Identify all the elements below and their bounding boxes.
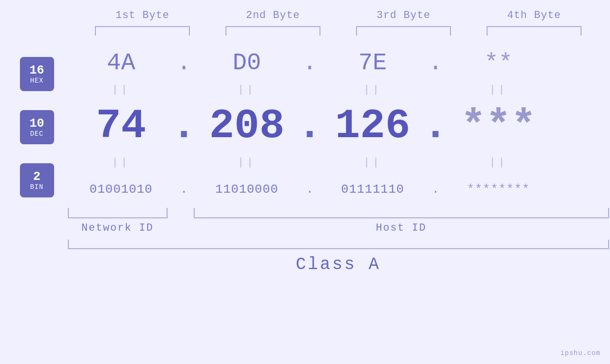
dec-val-1: 74: [71, 103, 171, 149]
eq-2: ||: [197, 84, 297, 96]
bin-val-4: ********: [449, 182, 548, 196]
byte-header-3: 3rd Byte: [351, 9, 456, 21]
eq-row-1: || || || ||: [66, 81, 610, 99]
class-label: Class A: [296, 255, 381, 274]
bracket-gap-1: [168, 208, 194, 218]
host-id-label: Host ID: [194, 222, 609, 234]
host-id-bracket: [194, 208, 609, 218]
bin-badge-number: 2: [33, 170, 41, 184]
bin-badge-label: BIN: [30, 183, 43, 191]
eq-7: ||: [323, 157, 422, 168]
dec-badge-number: 10: [29, 117, 44, 131]
sep-dec-2: .: [297, 103, 323, 149]
bin-row: 01001010 . 11010000 . 01111110 . *******…: [66, 171, 610, 207]
sep-hex-1: .: [171, 49, 197, 76]
bin-val-2: 11010000: [197, 182, 297, 196]
bracket-top-1: [95, 26, 190, 36]
sep-hex-3: .: [422, 49, 449, 76]
dec-row: 74 . 208 . 126 . ***: [66, 99, 610, 153]
top-brackets: [77, 26, 600, 36]
network-id-bracket: [68, 208, 168, 218]
hex-badge-label: HEX: [30, 77, 43, 84]
dec-val-4: ***: [449, 103, 548, 149]
outer-bracket: [68, 240, 609, 249]
dec-badge-label: DEC: [30, 130, 43, 138]
outer-bracket-container: [68, 240, 609, 249]
data-columns: 4A . D0 . 7E . ** || || || || 74: [66, 45, 610, 207]
bin-val-1: 01001010: [71, 182, 171, 196]
footer-text: ipshu.com: [560, 349, 601, 357]
rows-wrapper: 16 HEX 10 DEC 2 BIN 4A . D0 . 7E . **: [0, 45, 610, 207]
hex-badge-number: 16: [29, 64, 44, 77]
sep-hex-2: .: [297, 49, 323, 76]
sep-bin-3: .: [422, 182, 449, 196]
sep-dec-3: .: [422, 103, 449, 149]
bracket-top-3: [356, 26, 451, 36]
dec-val-3: 126: [323, 103, 422, 149]
class-label-container: Class A: [68, 255, 609, 274]
hex-val-1: 4A: [71, 49, 171, 76]
bracket-top-2: [225, 26, 320, 36]
byte-header-1: 1st Byte: [90, 9, 195, 21]
id-labels-row: Network ID Host ID: [68, 222, 609, 234]
byte-headers: 1st Byte 2nd Byte 3rd Byte 4th Byte: [77, 9, 600, 21]
byte-header-2: 2nd Byte: [221, 9, 325, 21]
sep-dec-1: .: [171, 103, 197, 149]
network-id-label: Network ID: [68, 222, 168, 234]
eq-5: ||: [71, 157, 171, 168]
eq-row-2: || || || ||: [66, 153, 610, 171]
eq-4: ||: [449, 84, 548, 96]
hex-val-4: **: [449, 49, 548, 76]
hex-val-2: D0: [197, 49, 297, 76]
hex-val-3: 7E: [323, 49, 422, 76]
bin-badge: 2 BIN: [20, 163, 54, 197]
bin-val-3: 01111110: [323, 182, 422, 196]
footer: ipshu.com: [560, 349, 601, 357]
eq-1: ||: [71, 84, 171, 96]
sep-bin-2: .: [297, 182, 323, 196]
hex-row: 4A . D0 . 7E . **: [66, 45, 610, 81]
eq-8: ||: [449, 157, 548, 168]
dec-val-2: 208: [197, 103, 297, 149]
dec-badge: 10 DEC: [20, 110, 54, 144]
badges-column: 16 HEX 10 DEC 2 BIN: [0, 45, 66, 207]
bracket-top-4: [487, 26, 582, 36]
hex-badge: 16 HEX: [20, 57, 54, 91]
eq-3: ||: [323, 84, 422, 96]
main-container: 1st Byte 2nd Byte 3rd Byte 4th Byte 16 H…: [0, 0, 610, 364]
byte-header-4: 4th Byte: [482, 9, 586, 21]
eq-6: ||: [197, 157, 297, 168]
sep-bin-1: .: [171, 182, 197, 196]
bottom-brackets: [68, 208, 609, 218]
